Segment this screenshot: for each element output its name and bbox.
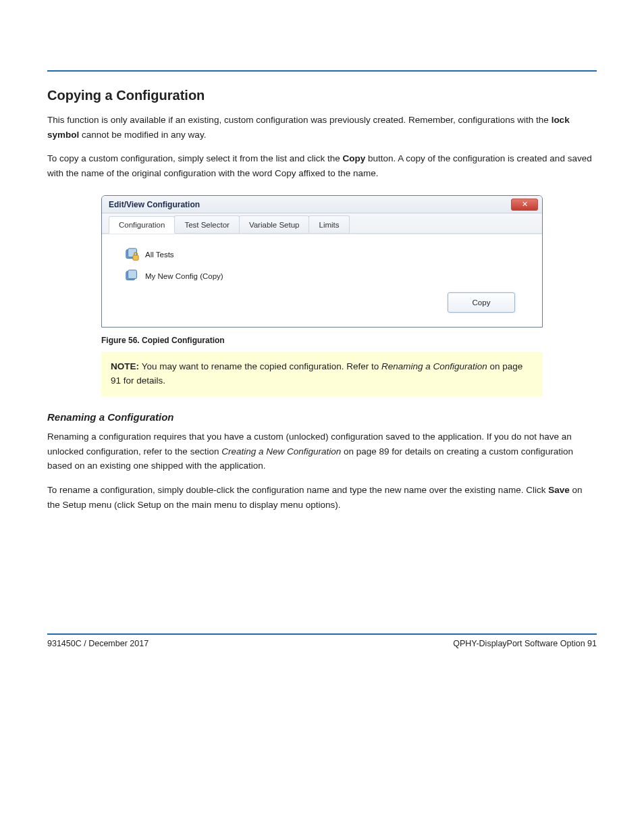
top-rule bbox=[47, 70, 597, 72]
configuration-list: All Tests My New Config (Copy) bbox=[122, 244, 433, 287]
tab-strip: Configuration Test Selector Variable Set… bbox=[102, 213, 542, 234]
copy-p2-a: To copy a custom configuration, simply s… bbox=[47, 153, 342, 163]
svg-rect-4 bbox=[128, 270, 137, 279]
tab-test-selector[interactable]: Test Selector bbox=[174, 215, 239, 233]
window-close-button[interactable]: ✕ bbox=[511, 199, 538, 211]
config-item-label: All Tests bbox=[145, 251, 174, 259]
copy-p1-b: cannot be modified in any way. bbox=[79, 130, 206, 140]
dialog-window: Edit/View Configuration ✕ Configuration … bbox=[101, 195, 543, 328]
header-space bbox=[47, 38, 597, 70]
tab-variable-setup[interactable]: Variable Setup bbox=[239, 215, 310, 233]
copy-para-1: This function is only available if an ex… bbox=[47, 113, 597, 142]
window-titlebar: Edit/View Configuration ✕ bbox=[102, 196, 542, 213]
note-box: NOTE: You may want to rename the copied … bbox=[101, 352, 543, 396]
config-icon bbox=[125, 269, 140, 283]
footer-row: 931450C / December 2017 QPHY-DisplayPort… bbox=[47, 639, 597, 648]
note-link: Renaming a Configuration bbox=[381, 361, 487, 371]
section-title-copy: Copying a Configuration bbox=[47, 88, 597, 103]
config-item-label: My New Config (Copy) bbox=[145, 272, 223, 280]
figure-56: Edit/View Configuration ✕ Configuration … bbox=[101, 195, 597, 328]
copy-p1-a: This function is only available if an ex… bbox=[47, 115, 552, 125]
locked-config-icon bbox=[125, 248, 140, 261]
rename-para-2: To rename a configuration, simply double… bbox=[47, 483, 597, 512]
close-icon: ✕ bbox=[522, 200, 528, 209]
copy-para-2: To copy a custom configuration, simply s… bbox=[47, 151, 597, 180]
save-button-ref: Save bbox=[548, 485, 570, 495]
window-title: Edit/View Configuration bbox=[109, 200, 200, 209]
figure-caption: Figure 56. Copied Configuration bbox=[101, 336, 597, 345]
bottom-rule bbox=[47, 633, 597, 635]
rename-para-1: Renaming a configuration requires that y… bbox=[47, 429, 597, 473]
tab-limits[interactable]: Limits bbox=[308, 215, 349, 233]
section-title-rename: Renaming a Configuration bbox=[47, 411, 597, 423]
page: Copying a Configuration This function is… bbox=[0, 0, 644, 675]
rename-link: Creating a New Configuration bbox=[221, 446, 341, 457]
svg-rect-2 bbox=[133, 255, 138, 260]
config-item-all-tests[interactable]: All Tests bbox=[122, 244, 433, 265]
config-item-my-copy[interactable]: My New Config (Copy) bbox=[122, 265, 433, 287]
copy-button-ref: Copy bbox=[342, 153, 365, 163]
page-footer: 931450C / December 2017 QPHY-DisplayPort… bbox=[47, 633, 597, 648]
note-text-a: You may want to rename the copied config… bbox=[142, 361, 381, 371]
tab-configuration[interactable]: Configuration bbox=[109, 216, 175, 234]
window-body: All Tests My New Config (Copy) Copy bbox=[102, 234, 542, 327]
footer-left: 931450C / December 2017 bbox=[47, 639, 149, 648]
rename-p2-a: To rename a configuration, simply double… bbox=[47, 485, 548, 495]
copy-button[interactable]: Copy bbox=[448, 292, 515, 313]
note-label: NOTE: bbox=[111, 361, 142, 371]
footer-right: QPHY-DisplayPort Software Option 91 bbox=[453, 639, 597, 648]
